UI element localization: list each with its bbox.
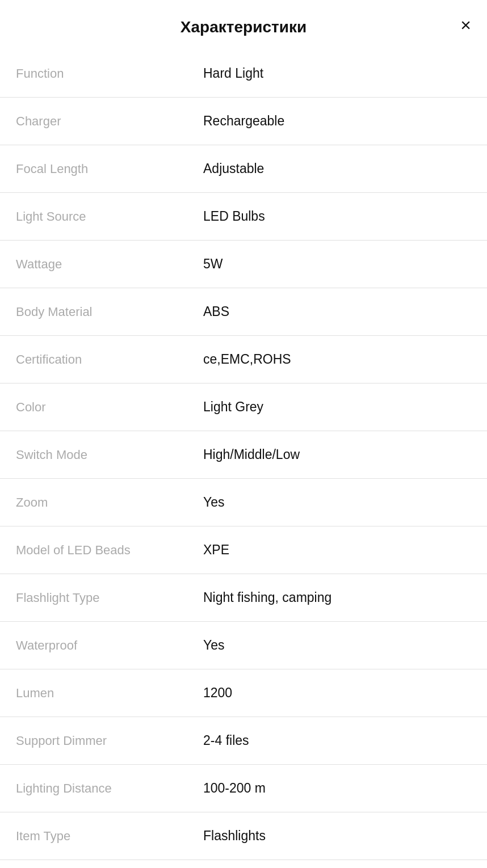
spec-label: Color bbox=[16, 400, 203, 415]
table-row: ColorLight Grey bbox=[0, 384, 487, 431]
spec-value: Hard Light bbox=[203, 66, 263, 81]
spec-label: Support Dimmer bbox=[16, 734, 203, 748]
spec-label: Lumen bbox=[16, 686, 203, 701]
spec-label: Waterproof bbox=[16, 638, 203, 653]
table-row: Light SourceLED Bulbs bbox=[0, 193, 487, 241]
table-row: Lumen1200 bbox=[0, 669, 487, 717]
spec-value: XPE bbox=[203, 542, 229, 558]
spec-value: 5W bbox=[203, 256, 223, 272]
spec-value: Yes bbox=[203, 638, 225, 653]
spec-value: High/Middle/Low bbox=[203, 447, 300, 462]
spec-value: Rechargeable bbox=[203, 113, 284, 129]
modal-container: Характеристики × FunctionHard LightCharg… bbox=[0, 0, 487, 868]
spec-label: Focal Length bbox=[16, 162, 203, 176]
spec-label: Zoom bbox=[16, 495, 203, 510]
table-row: ChargerRechargeable bbox=[0, 98, 487, 145]
spec-value: Adjustable bbox=[203, 161, 264, 176]
close-button[interactable]: × bbox=[460, 16, 471, 34]
spec-label: Light Source bbox=[16, 209, 203, 224]
spec-label: Certification bbox=[16, 352, 203, 367]
table-row: Body MaterialABS bbox=[0, 288, 487, 336]
spec-value: 100-200 m bbox=[203, 781, 266, 796]
modal-title: Характеристики bbox=[180, 18, 307, 36]
table-row: Flashlight TypeNight fishing, camping bbox=[0, 574, 487, 622]
table-row: Item TypeFlashlights bbox=[0, 812, 487, 860]
table-row: Support Dimmer2-4 files bbox=[0, 717, 487, 765]
spec-value: LED Bulbs bbox=[203, 209, 265, 224]
specs-list: FunctionHard LightChargerRechargeableFoc… bbox=[0, 50, 487, 868]
table-row: ZoomYes bbox=[0, 479, 487, 526]
spec-value: Night fishing, camping bbox=[203, 590, 331, 605]
spec-value: Flashlights bbox=[203, 828, 266, 844]
table-row: FunctionHard Light bbox=[0, 50, 487, 98]
spec-value: 2-4 files bbox=[203, 733, 249, 748]
spec-value: ce,EMC,ROHS bbox=[203, 352, 291, 367]
table-row: Focal LengthAdjustable bbox=[0, 145, 487, 193]
spec-label: Body Material bbox=[16, 305, 203, 319]
modal-header: Характеристики × bbox=[0, 0, 487, 50]
spec-label: Switch Mode bbox=[16, 448, 203, 462]
spec-value: ABS bbox=[203, 304, 229, 319]
spec-label: Lighting Distance bbox=[16, 781, 203, 796]
table-row: OriginMainland China bbox=[0, 860, 487, 868]
spec-label: Item Type bbox=[16, 829, 203, 844]
table-row: WaterproofYes bbox=[0, 622, 487, 669]
spec-value: Light Grey bbox=[203, 399, 263, 415]
table-row: Lighting Distance100-200 m bbox=[0, 765, 487, 812]
table-row: Certificationce,EMC,ROHS bbox=[0, 336, 487, 384]
table-row: Model of LED BeadsXPE bbox=[0, 526, 487, 574]
spec-label: Charger bbox=[16, 114, 203, 129]
spec-label: Model of LED Beads bbox=[16, 543, 203, 558]
spec-label: Flashlight Type bbox=[16, 591, 203, 605]
spec-value: 1200 bbox=[203, 685, 232, 701]
spec-label: Wattage bbox=[16, 257, 203, 272]
spec-value: Yes bbox=[203, 495, 225, 510]
table-row: Wattage5W bbox=[0, 241, 487, 288]
spec-label: Function bbox=[16, 66, 203, 81]
table-row: Switch ModeHigh/Middle/Low bbox=[0, 431, 487, 479]
